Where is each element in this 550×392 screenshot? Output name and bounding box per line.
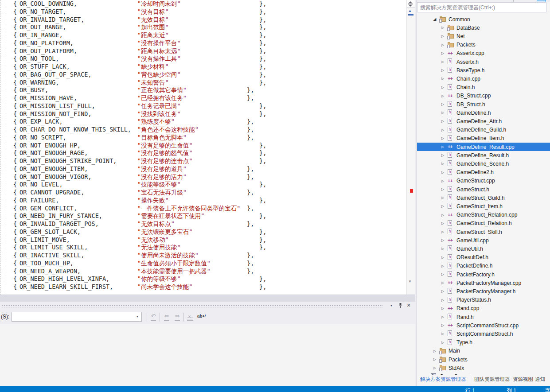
chevron-down-icon[interactable]: ▼ <box>134 312 140 321</box>
search-input[interactable] <box>417 3 546 12</box>
tree-item-packets[interactable]: ▷Packets <box>417 41 550 49</box>
tree-item-type-h[interactable]: ▷hType.h <box>417 338 550 347</box>
collapsed-chevron-icon[interactable]: ▷ <box>441 51 445 55</box>
solution-search-box[interactable] <box>417 2 546 12</box>
tree-item-oresultdef-h[interactable]: ▷hOResultDef.h <box>417 253 550 262</box>
tree-item-gamedefine-attr-h[interactable]: ▷hGameDefine_Attr.h <box>417 117 550 125</box>
collapsed-chevron-icon[interactable]: ▷ <box>441 26 445 30</box>
collapsed-chevron-icon[interactable]: ▷ <box>441 281 445 285</box>
previous-button[interactable]: ⇐ <box>162 312 172 322</box>
collapsed-chevron-icon[interactable]: ▷ <box>441 85 445 89</box>
collapsed-chevron-icon[interactable]: ▷ <box>441 256 445 260</box>
collapsed-chevron-icon[interactable]: ▷ <box>441 68 445 72</box>
tree-item-gameutil-h[interactable]: ▷hGameUtil.h <box>417 245 550 253</box>
tree-item-db-struct-h[interactable]: ▷hDB_Struct.h <box>417 100 550 109</box>
pin-icon[interactable] <box>397 302 404 309</box>
tree-item-rand-cpp[interactable]: ▷++Rand.cpp <box>417 304 550 313</box>
collapsed-chevron-icon[interactable]: ▷ <box>441 289 445 293</box>
tree-item-common[interactable]: ◢Common <box>417 15 550 23</box>
tree-item-gamestruct-h[interactable]: ▷hGameStruct.h <box>417 185 550 194</box>
collapsed-chevron-icon[interactable]: ▷ <box>441 111 445 115</box>
collapsed-chevron-icon[interactable]: ▷ <box>441 221 445 225</box>
collapsed-chevron-icon[interactable]: ▷ <box>433 357 437 361</box>
tree-item-scriptcommandstruct-cpp[interactable]: ▷++ScriptCommandStruct.cpp <box>417 321 550 330</box>
tree-item-chain-cpp[interactable]: ▷++Chain.cpp <box>417 74 550 83</box>
collapsed-chevron-icon[interactable]: ▷ <box>441 230 445 234</box>
scroll-down-icon[interactable]: ▼ <box>408 279 412 283</box>
collapsed-chevron-icon[interactable]: ▷ <box>441 171 445 175</box>
collapsed-chevron-icon[interactable]: ▷ <box>441 77 445 81</box>
collapsed-chevron-icon[interactable]: ▷ <box>433 349 437 353</box>
tree-item-gamedefine-result-cpp[interactable]: ▷++GameDefine_Result.cpp <box>417 143 550 151</box>
tree-item-assertx-cpp[interactable]: ▷++Assertx.cpp <box>417 49 550 58</box>
collapsed-chevron-icon[interactable]: ▷ <box>441 187 445 191</box>
tree-item-gamedefine-result-h[interactable]: ▷hGameDefine_Result.h <box>417 151 550 159</box>
scrollbar-thumb[interactable] <box>408 14 413 16</box>
tree-item-packetfactorymanager-cpp[interactable]: ▷++PacketFactoryManager.cpp <box>417 279 550 287</box>
collapsed-chevron-icon[interactable]: ▷ <box>441 136 445 140</box>
window-position-menu-icon[interactable]: ▼ <box>388 302 395 309</box>
tree-item-packetfactorymanager-h[interactable]: ▷hPacketFactoryManager.h <box>417 287 550 295</box>
tree-item-assertx-h[interactable]: ▷hAssertx.h <box>417 58 550 66</box>
scroll-up-icon[interactable]: ▲ <box>408 9 412 13</box>
tab-resource-view[interactable]: 资源视图 <box>511 375 535 384</box>
back-jump-button[interactable]: ↶ <box>148 312 158 322</box>
tree-item-gamedefine-scene-h[interactable]: ▷hGameDefine_Scene.h <box>417 159 550 168</box>
tree-item-gamedefine2-h[interactable]: ▷hGameDefine2.h <box>417 168 550 177</box>
tree-item-net[interactable]: ▷Net <box>417 32 550 40</box>
collapsed-chevron-icon[interactable]: ▷ <box>441 119 445 123</box>
tree-item-gamedefine-item-h[interactable]: ▷hGameDefine_Item.h <box>417 134 550 143</box>
collapsed-chevron-icon[interactable]: ▷ <box>441 247 445 251</box>
collapsed-chevron-icon[interactable]: ▷ <box>441 179 445 183</box>
collapsed-chevron-icon[interactable]: ▷ <box>441 34 445 38</box>
tree-item-packetdefine-h[interactable]: ▷hPacketDefine.h <box>417 262 550 270</box>
collapsed-chevron-icon[interactable]: ▷ <box>441 264 445 268</box>
tree-item-chain-h[interactable]: ▷hChain.h <box>417 83 550 92</box>
collapsed-chevron-icon[interactable]: ▷ <box>441 315 445 319</box>
word-wrap-button[interactable]: ab↵ <box>197 312 207 322</box>
tree-item-gamestruct-relation-cpp[interactable]: ▷++GameStruct_Relation.cpp <box>417 211 550 219</box>
collapsed-chevron-icon[interactable]: ▷ <box>441 196 445 200</box>
tree-item-packets[interactable]: ▷Packets <box>417 355 550 364</box>
next-button[interactable]: ⇒ <box>172 312 182 322</box>
tab-notifications[interactable]: 通知 <box>533 375 547 384</box>
collapsed-chevron-icon[interactable]: ▷ <box>441 238 445 242</box>
tree-item-gameutil-cpp[interactable]: ▷++GameUtil.cpp <box>417 236 550 245</box>
collapsed-chevron-icon[interactable]: ▷ <box>441 272 445 276</box>
tree-item-gamestruct-item-h[interactable]: ▷hGameStruct_Item.h <box>417 202 550 210</box>
collapsed-chevron-icon[interactable]: ▷ <box>441 145 445 149</box>
tree-item-stdafx[interactable]: ▷StdAfx <box>417 364 550 372</box>
collapsed-chevron-icon[interactable]: ▷ <box>441 102 445 106</box>
tree-item-database[interactable]: ▷DataBase <box>417 23 550 32</box>
editor-vertical-scrollbar[interactable]: ▲ ▼ <box>406 0 415 295</box>
collapsed-chevron-icon[interactable]: ▷ <box>441 128 445 132</box>
expanded-chevron-icon[interactable]: ◢ <box>433 17 437 21</box>
tree-item-packetfactory-h[interactable]: ▷hPacketFactory.h <box>417 270 550 279</box>
tree-item-gamestruct-relation-h[interactable]: ▷hGameStruct_Relation.h <box>417 219 550 228</box>
collapsed-chevron-icon[interactable]: ▷ <box>441 94 445 98</box>
collapsed-chevron-icon[interactable]: ▷ <box>441 43 445 47</box>
tree-item-gamedefine-guild-h[interactable]: ▷hGameDefine_Guild.h <box>417 126 550 134</box>
close-icon[interactable]: × <box>405 302 412 309</box>
tool-window-titlebar[interactable]: ▼ × <box>0 302 415 310</box>
code-editor[interactable]: {OR_COOL_DOWNING,"冷却时间未到"},{OR_NO_TARGET… <box>0 0 406 295</box>
tab-team-explorer[interactable]: 团队资源管理器 <box>472 375 512 384</box>
collapsed-chevron-icon[interactable]: ▷ <box>441 162 445 166</box>
collapsed-chevron-icon[interactable]: ▷ <box>441 307 445 310</box>
collapsed-chevron-icon[interactable]: ▷ <box>441 298 445 302</box>
tree-item-gamestruct-skill-h[interactable]: ▷hGameStruct_Skill.h <box>417 228 550 236</box>
collapsed-chevron-icon[interactable]: ▷ <box>441 204 445 208</box>
tree-item-gamedefine-h[interactable]: ▷hGameDefine.h <box>417 109 550 117</box>
collapsed-chevron-icon[interactable]: ▷ <box>441 60 445 64</box>
tree-item-db-struct-cpp[interactable]: ▷++DB_Struct.cpp <box>417 92 550 100</box>
splitter-grip-icon[interactable] <box>407 0 415 8</box>
collapsed-chevron-icon[interactable]: ▷ <box>441 323 445 327</box>
clear-button[interactable]: ✕ <box>185 312 195 322</box>
tree-item-basetype-h[interactable]: ▷hBaseType.h <box>417 66 550 74</box>
collapsed-chevron-icon[interactable]: ▷ <box>433 366 437 370</box>
collapsed-chevron-icon[interactable]: ▷ <box>441 213 445 217</box>
tree-item-main[interactable]: ▷Main <box>417 347 550 355</box>
tab-solution-explorer[interactable]: 解决方案资源管理器 <box>418 375 470 384</box>
collapsed-chevron-icon[interactable]: ▷ <box>441 332 445 336</box>
tree-item-gamestruct-guild-h[interactable]: ▷hGameStruct_Guild.h <box>417 194 550 202</box>
